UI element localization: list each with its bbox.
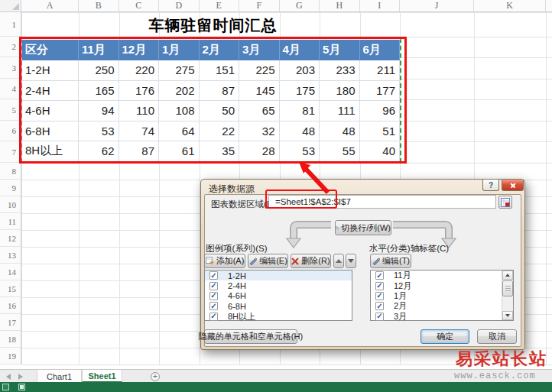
row-header[interactable]: 10: [0, 196, 21, 213]
table-cell[interactable]: 108: [159, 101, 200, 121]
table-row-label-cell[interactable]: 4-6H: [22, 101, 79, 121]
table-cell[interactable]: 151: [200, 60, 240, 81]
table-cell[interactable]: 203: [280, 60, 320, 81]
category-item[interactable]: ✓3月: [371, 312, 502, 322]
table-cell[interactable]: 175: [280, 81, 320, 102]
table-header-cell[interactable]: 1月: [159, 40, 200, 60]
checkbox[interactable]: ✓: [209, 313, 218, 321]
series-item[interactable]: ✓6-8H: [205, 301, 352, 311]
table-cell[interactable]: 32: [239, 121, 280, 142]
column-header[interactable]: I: [360, 0, 401, 11]
table-cell[interactable]: 165: [79, 81, 119, 102]
table-header-cell[interactable]: 3月: [239, 40, 280, 60]
checkbox[interactable]: ✓: [209, 292, 218, 300]
row-header[interactable]: 7: [0, 141, 21, 163]
series-item[interactable]: ✓4-6H: [205, 291, 352, 301]
statusbar-icon[interactable]: [2, 384, 9, 390]
checkbox[interactable]: ✓: [375, 282, 384, 290]
column-header[interactable]: D: [159, 0, 200, 11]
add-series-button[interactable]: 添加(A): [204, 254, 245, 268]
table-cell[interactable]: 177: [360, 81, 401, 102]
row-header[interactable]: 4: [0, 79, 21, 99]
column-header[interactable]: G: [280, 0, 320, 11]
table-cell[interactable]: 176: [119, 81, 160, 102]
row-header[interactable]: 19: [0, 348, 21, 364]
table-cell[interactable]: 275: [159, 60, 200, 81]
table-header-cell[interactable]: 4月: [280, 40, 320, 60]
checkbox[interactable]: ✓: [209, 271, 218, 280]
category-item[interactable]: ✓2月: [371, 301, 502, 311]
table-row-label-cell[interactable]: 1-2H: [22, 60, 79, 81]
table-cell[interactable]: 51: [360, 121, 401, 142]
column-header[interactable]: F: [239, 0, 280, 11]
prev-sheet-icon[interactable]: [6, 374, 11, 380]
checkbox[interactable]: ✓: [209, 302, 218, 310]
table-cell[interactable]: 211: [360, 60, 401, 81]
row-header[interactable]: 16: [0, 297, 21, 314]
table-cell[interactable]: 53: [79, 121, 119, 142]
legend-series-list[interactable]: ✓1-2H✓2-4H✓4-6H✓6-8H✓8H以上: [204, 270, 352, 321]
table-cell[interactable]: 145: [239, 81, 280, 102]
table-cell[interactable]: 87: [119, 141, 160, 162]
collapse-dialog-button[interactable]: [498, 196, 512, 209]
table-cell[interactable]: 81: [280, 101, 320, 121]
row-header[interactable]: 8: [0, 163, 21, 180]
table-cell[interactable]: 220: [119, 60, 160, 81]
ok-button[interactable]: 确定: [420, 329, 469, 344]
column-header[interactable]: K: [474, 0, 546, 11]
table-cell[interactable]: 233: [320, 60, 360, 81]
row-header[interactable]: 6: [0, 121, 21, 141]
column-header[interactable]: C: [119, 0, 160, 11]
series-item[interactable]: ✓1-2H: [205, 271, 352, 280]
row-header[interactable]: 11: [0, 213, 21, 230]
table-cell[interactable]: 48: [320, 121, 360, 142]
scroll-up-button[interactable]: [502, 271, 513, 280]
edit-series-button[interactable]: 编辑(E): [248, 254, 288, 268]
checkbox[interactable]: ✓: [209, 282, 218, 290]
table-header-cell[interactable]: 2月: [200, 40, 240, 60]
table-cell[interactable]: 250: [79, 60, 119, 81]
row-header[interactable]: 12: [0, 230, 21, 247]
row-header[interactable]: 3: [0, 57, 21, 79]
table-row-label-cell[interactable]: 6-8H: [22, 121, 79, 142]
checkbox[interactable]: ✓: [375, 302, 384, 310]
row-header[interactable]: 13: [0, 247, 21, 264]
close-button[interactable]: [502, 180, 524, 191]
edit-axis-labels-button[interactable]: 编辑(T): [370, 254, 411, 268]
column-header[interactable]: H: [320, 0, 360, 11]
table-header-cell[interactable]: 11月: [79, 40, 119, 60]
row-header[interactable]: 2: [0, 37, 21, 57]
table-cell[interactable]: 53: [280, 141, 320, 162]
new-sheet-button[interactable]: +: [151, 372, 160, 381]
table-cell[interactable]: 110: [119, 101, 160, 121]
remove-series-button[interactable]: 删除(R): [291, 254, 331, 268]
checkbox[interactable]: ✓: [375, 271, 384, 280]
table-cell[interactable]: 202: [159, 81, 200, 102]
cancel-button[interactable]: 取消: [477, 329, 517, 344]
row-header[interactable]: 5: [0, 99, 21, 121]
category-item[interactable]: ✓1月: [371, 291, 502, 301]
checkbox[interactable]: ✓: [375, 313, 384, 321]
table-cell[interactable]: 40: [360, 141, 401, 162]
table-row-label-cell[interactable]: 2-4H: [22, 81, 79, 102]
chart-data-range-input[interactable]: [268, 195, 496, 209]
row-header[interactable]: 1: [0, 12, 21, 37]
scrollbar-thumb[interactable]: [502, 280, 513, 296]
table-cell[interactable]: 55: [320, 141, 360, 162]
table-cell[interactable]: 50: [200, 101, 240, 121]
axis-labels-list[interactable]: ✓11月✓12月✓1月✓2月✓3月: [370, 270, 514, 321]
row-header[interactable]: 18: [0, 331, 21, 348]
table-cell[interactable]: 65: [239, 101, 280, 121]
column-header[interactable]: B: [79, 0, 119, 11]
scrollbar[interactable]: [502, 271, 513, 320]
table-cell[interactable]: 28: [239, 141, 280, 162]
category-item[interactable]: ✓11月: [371, 271, 502, 280]
table-cell[interactable]: 74: [119, 121, 160, 142]
scroll-down-button[interactable]: [502, 311, 513, 320]
table-cell[interactable]: 61: [159, 141, 200, 162]
row-header[interactable]: 14: [0, 264, 21, 280]
table-cell[interactable]: 35: [200, 141, 240, 162]
table-cell[interactable]: 96: [360, 101, 401, 121]
select-all-corner[interactable]: [0, 0, 21, 12]
column-header[interactable]: J: [400, 0, 474, 11]
